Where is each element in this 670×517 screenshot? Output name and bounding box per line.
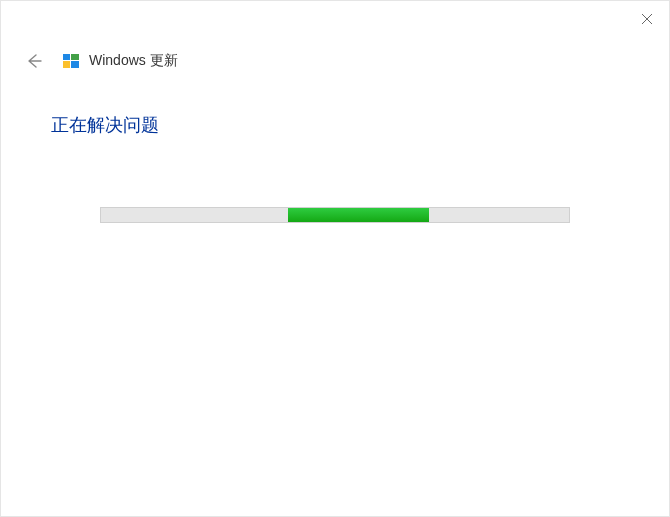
- back-button[interactable]: [21, 49, 45, 73]
- windows-update-icon: [61, 51, 81, 71]
- status-text: 正在解决问题: [51, 113, 619, 137]
- troubleshooter-dialog: Windows 更新 正在解决问题: [0, 0, 670, 517]
- back-arrow-icon: [24, 52, 42, 70]
- dialog-title: Windows 更新: [89, 52, 178, 70]
- svg-rect-5: [71, 61, 79, 68]
- close-button[interactable]: [637, 9, 657, 29]
- dialog-content: 正在解决问题: [1, 73, 669, 223]
- progress-container: [51, 207, 619, 223]
- dialog-header: Windows 更新: [1, 1, 669, 73]
- progress-fill: [288, 208, 428, 222]
- svg-rect-4: [63, 61, 70, 68]
- svg-rect-3: [71, 54, 79, 60]
- progress-bar: [100, 207, 570, 223]
- close-icon: [641, 13, 653, 25]
- svg-rect-2: [63, 54, 70, 60]
